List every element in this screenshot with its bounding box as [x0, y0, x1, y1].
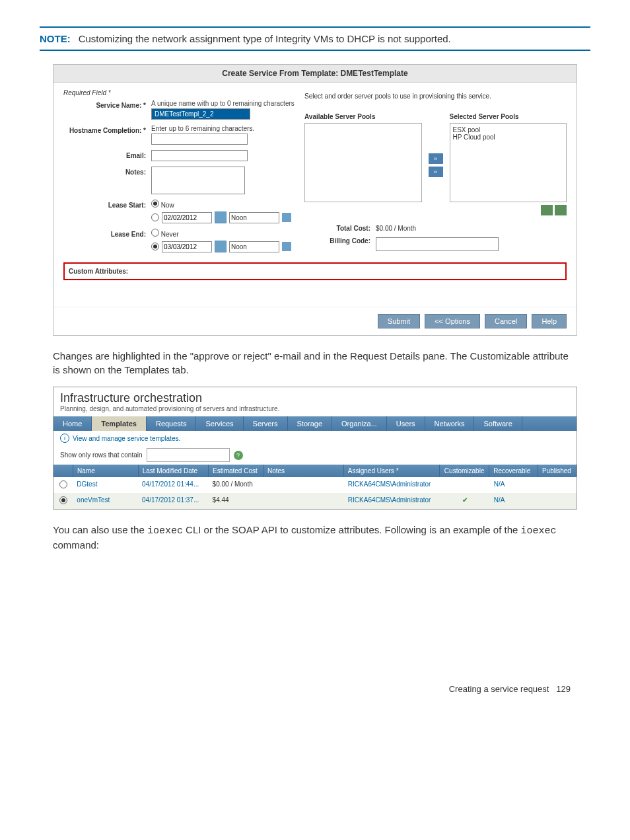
tab-services[interactable]: Services [196, 416, 243, 431]
dropdown-icon[interactable] [282, 213, 291, 222]
lease-end-date-radio[interactable] [151, 243, 159, 250]
grid-header: Name Last Modified Date Estimated Cost N… [53, 465, 577, 477]
cancel-button[interactable]: Cancel [485, 314, 527, 328]
table-row[interactable]: oneVmTest04/17/2012 01:37...$4.44RICKA64… [53, 493, 577, 509]
tab-users[interactable]: Users [387, 416, 425, 431]
tab-templates[interactable]: Templates [92, 416, 147, 431]
io-title: Infrastructure orchestration [60, 391, 570, 405]
total-cost-value: $0.00 / Month [376, 225, 416, 232]
custom-attributes-section: Custom Attributes: [63, 262, 567, 280]
table-row[interactable]: DGtest04/17/2012 01:44...$0.00 / MonthRI… [53, 477, 577, 493]
total-cost-label: Total Cost: [304, 225, 376, 232]
pool-item[interactable]: HP Cloud pool [453, 134, 564, 141]
submit-button[interactable]: Submit [378, 314, 420, 328]
paragraph-2: You can also use the ioexec CLI or the S… [53, 523, 577, 552]
lease-end-never-radio[interactable] [151, 229, 159, 237]
io-subtitle: Planning, design, and automated provisio… [60, 405, 570, 412]
lease-start-now-radio[interactable] [151, 200, 159, 208]
notes-input[interactable] [151, 167, 245, 194]
tabs: HomeTemplatesRequestsServicesServersStor… [53, 416, 577, 431]
lease-start-time-select[interactable]: Noon [229, 212, 279, 223]
tab-organiza[interactable]: Organiza... [332, 416, 387, 431]
info-icon: i [60, 434, 69, 443]
row-name[interactable]: DGtest [73, 477, 138, 493]
help-button[interactable]: Help [532, 314, 567, 328]
available-pools-list[interactable] [304, 123, 422, 202]
billing-code-label: Billing Code: [304, 237, 376, 251]
create-service-dialog: Create Service From Template: DMETestTem… [53, 64, 577, 336]
lease-end-date-input[interactable] [162, 241, 212, 252]
selected-pools-list[interactable]: ESX pool HP Cloud pool [450, 123, 567, 202]
info-text: View and manage service templates. [73, 435, 180, 442]
tab-storage[interactable]: Storage [288, 416, 333, 431]
move-left-button[interactable]: « [429, 167, 443, 177]
pool-item[interactable]: ESX pool [453, 126, 564, 134]
available-pools-header: Available Server Pools [304, 113, 422, 120]
lease-start-date-input[interactable] [162, 212, 212, 223]
calendar-icon[interactable] [215, 241, 227, 252]
tab-servers[interactable]: Servers [244, 416, 288, 431]
lease-end-time-select[interactable]: Noon [229, 241, 279, 252]
move-down-icon[interactable] [541, 205, 553, 215]
paragraph-1: Changes are highlighted in the "approve … [53, 349, 577, 377]
row-radio[interactable] [59, 480, 67, 488]
note-label: NOTE: [40, 33, 71, 44]
lease-start-date-radio[interactable] [151, 213, 159, 221]
tab-requests[interactable]: Requests [147, 416, 196, 431]
options-button[interactable]: << Options [425, 314, 480, 328]
lease-end-label: Lease End: [63, 229, 151, 238]
notes-label: Notes: [63, 167, 151, 176]
note-block: NOTE: Customizing the network assignment… [40, 26, 590, 51]
filter-input[interactable] [147, 448, 230, 462]
pools-hint: Select and order server pools to use in … [304, 93, 567, 100]
calendar-icon[interactable] [215, 211, 227, 223]
service-name-input[interactable] [151, 108, 250, 120]
tab-networks[interactable]: Networks [425, 416, 475, 431]
hostname-label: Hostname Completion: * [63, 125, 151, 134]
dropdown-icon[interactable] [282, 242, 291, 251]
note-text: Customizing the network assignment type … [73, 33, 451, 44]
row-radio[interactable] [59, 496, 67, 504]
tab-home[interactable]: Home [53, 416, 92, 431]
io-templates-screenshot: Infrastructure orchestration Planning, d… [53, 387, 577, 510]
selected-pools-header: Selected Server Pools [450, 113, 567, 120]
row-name[interactable]: oneVmTest [73, 493, 138, 509]
move-up-icon[interactable] [555, 205, 567, 215]
check-icon: ✔ [462, 496, 468, 504]
filter-label: Show only rows that contain [60, 451, 143, 459]
tab-software[interactable]: Software [474, 416, 522, 431]
move-right-button[interactable]: » [429, 153, 443, 164]
billing-code-input[interactable] [376, 237, 499, 251]
dialog-title: Create Service From Template: DMETestTem… [53, 65, 577, 83]
help-icon[interactable]: ? [234, 451, 243, 460]
email-label: Email: [63, 150, 151, 159]
lease-start-label: Lease Start: [63, 200, 151, 209]
page-footer: Creating a service request 129 [40, 684, 590, 694]
email-input[interactable] [151, 150, 248, 161]
hostname-input[interactable] [151, 134, 248, 145]
service-name-label: Service Name: * [63, 100, 151, 109]
